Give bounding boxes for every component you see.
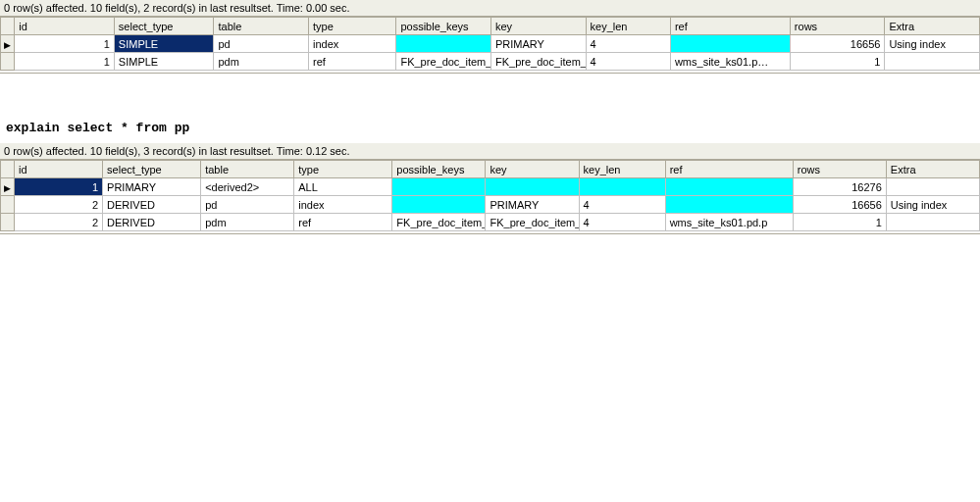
col-type[interactable]: type: [294, 161, 392, 178]
cell-key[interactable]: FK_pre_doc_item_2: [486, 214, 579, 231]
cell-ref[interactable]: [670, 35, 790, 53]
row-header[interactable]: [1, 196, 15, 214]
table-row[interactable]: ▶1PRIMARY<derived2>ALL16276: [1, 178, 980, 196]
cell-id[interactable]: 2: [15, 196, 103, 214]
col-ref[interactable]: ref: [665, 161, 793, 178]
cell-table[interactable]: pd: [214, 35, 309, 53]
row-header[interactable]: [1, 214, 15, 231]
row-pointer-icon: ▶: [4, 40, 11, 50]
cell-key_len[interactable]: 4: [579, 196, 665, 214]
query-text: explain select * from pp: [0, 113, 980, 143]
cell-rows[interactable]: 16276: [793, 178, 886, 196]
col-extra[interactable]: Extra: [885, 18, 980, 35]
col-select-type[interactable]: select_type: [114, 18, 214, 35]
cell-select_type[interactable]: DERIVED: [103, 214, 201, 231]
col-key-len[interactable]: key_len: [586, 18, 670, 35]
cell-rows[interactable]: 16656: [793, 196, 886, 214]
cell-key[interactable]: [486, 178, 579, 196]
header-row: id select_type table type possible_keys …: [1, 161, 980, 178]
status-line-2: 0 row(s) affected. 10 field(s), 3 record…: [0, 143, 980, 160]
table-row[interactable]: 1SIMPLEpdmrefFK_pre_doc_item_2FK_pre_doc…: [1, 53, 980, 71]
col-id[interactable]: id: [15, 161, 103, 178]
col-table[interactable]: table: [201, 161, 294, 178]
cell-type[interactable]: ALL: [294, 178, 392, 196]
cell-ref[interactable]: wms_site_ks01.p…: [670, 53, 790, 71]
table-row[interactable]: 2DERIVEDpdmrefFK_pre_doc_item_2FK_pre_do…: [1, 214, 980, 231]
cell-ref[interactable]: [665, 196, 793, 214]
cell-extra[interactable]: Using index: [886, 196, 979, 214]
cell-extra[interactable]: [885, 53, 980, 71]
col-key-len[interactable]: key_len: [579, 161, 665, 178]
cell-key_len[interactable]: 4: [586, 35, 670, 53]
row-pointer-icon: ▶: [4, 183, 11, 193]
cell-select_type[interactable]: DERIVED: [103, 196, 201, 214]
cell-rows[interactable]: 1: [790, 53, 885, 71]
cell-table[interactable]: <derived2>: [201, 178, 294, 196]
cell-id[interactable]: 2: [15, 214, 103, 231]
col-ref[interactable]: ref: [670, 18, 790, 35]
cell-key[interactable]: PRIMARY: [490, 35, 586, 53]
col-select-type[interactable]: select_type: [103, 161, 201, 178]
header-row: id select_type table type possible_keys …: [1, 18, 980, 35]
cell-type[interactable]: index: [294, 196, 392, 214]
cell-table[interactable]: pdm: [214, 53, 309, 71]
cell-possible_keys[interactable]: [392, 196, 486, 214]
result-grid-2[interactable]: id select_type table type possible_keys …: [0, 160, 980, 231]
cell-type[interactable]: ref: [309, 53, 396, 71]
col-possible-keys[interactable]: possible_keys: [392, 161, 486, 178]
cell-extra[interactable]: [886, 214, 979, 231]
row-header[interactable]: [1, 53, 15, 71]
cell-possible_keys[interactable]: [392, 178, 486, 196]
rowhdr-corner: [1, 161, 15, 178]
cell-id[interactable]: 1: [15, 35, 115, 53]
cell-ref[interactable]: [665, 178, 793, 196]
col-table[interactable]: table: [214, 18, 309, 35]
col-key[interactable]: key: [486, 161, 579, 178]
col-key[interactable]: key: [490, 18, 586, 35]
row-header[interactable]: ▶: [1, 178, 15, 196]
cell-select_type[interactable]: SIMPLE: [114, 35, 214, 53]
cell-select_type[interactable]: PRIMARY: [103, 178, 201, 196]
cell-select_type[interactable]: SIMPLE: [114, 53, 214, 71]
cell-possible_keys[interactable]: FK_pre_doc_item_2: [392, 214, 486, 231]
cell-id[interactable]: 1: [15, 53, 115, 71]
cell-id[interactable]: 1: [15, 178, 103, 196]
cell-table[interactable]: pdm: [201, 214, 294, 231]
cell-key_len[interactable]: [579, 178, 665, 196]
cell-extra[interactable]: Using index: [885, 35, 980, 53]
row-header[interactable]: ▶: [1, 35, 15, 53]
cell-key_len[interactable]: 4: [586, 53, 670, 71]
result-grid-1[interactable]: id select_type table type possible_keys …: [0, 17, 980, 71]
cell-type[interactable]: ref: [294, 214, 392, 231]
cell-key[interactable]: FK_pre_doc_item_2: [490, 53, 586, 71]
cell-table[interactable]: pd: [201, 196, 294, 214]
cell-type[interactable]: index: [309, 35, 396, 53]
status-line-1: 0 row(s) affected. 10 field(s), 2 record…: [0, 0, 980, 17]
table-row[interactable]: ▶1SIMPLEpdindexPRIMARY416656Using index: [1, 35, 980, 53]
cell-key[interactable]: PRIMARY: [486, 196, 579, 214]
col-rows[interactable]: rows: [793, 161, 886, 178]
col-type[interactable]: type: [309, 18, 396, 35]
col-extra[interactable]: Extra: [886, 161, 979, 178]
cell-extra[interactable]: [886, 178, 979, 196]
cell-rows[interactable]: 16656: [790, 35, 885, 53]
table-row[interactable]: 2DERIVEDpdindexPRIMARY416656Using index: [1, 196, 980, 214]
col-id[interactable]: id: [15, 18, 115, 35]
col-rows[interactable]: rows: [790, 18, 885, 35]
cell-possible_keys[interactable]: [396, 35, 491, 53]
cell-ref[interactable]: wms_site_ks01.pd.p: [665, 214, 793, 231]
cell-rows[interactable]: 1: [793, 214, 886, 231]
rowhdr-corner: [1, 18, 15, 35]
col-possible-keys[interactable]: possible_keys: [396, 18, 491, 35]
cell-key_len[interactable]: 4: [579, 214, 665, 231]
cell-possible_keys[interactable]: FK_pre_doc_item_2: [396, 53, 491, 71]
